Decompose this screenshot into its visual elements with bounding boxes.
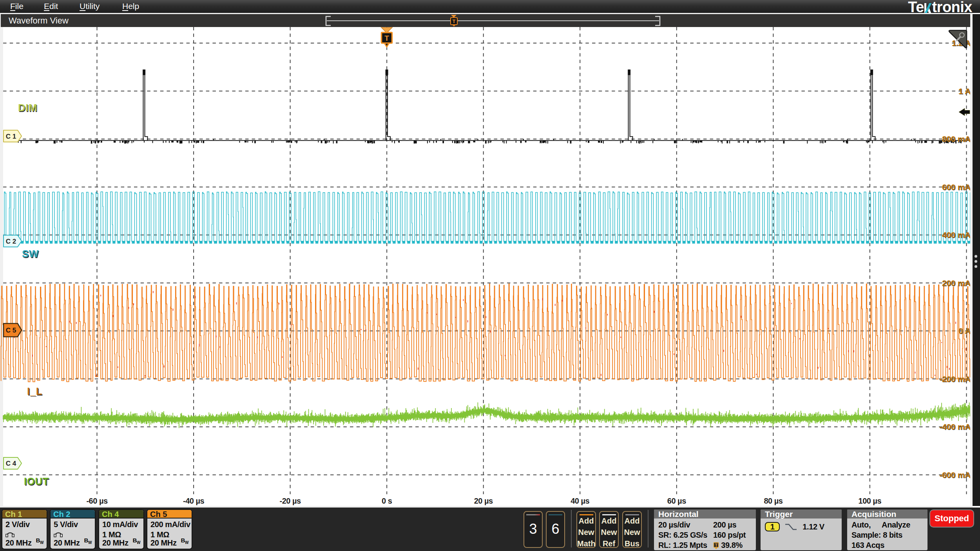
svg-text:0 A: 0 A (958, 326, 971, 335)
svg-text:T: T (384, 34, 389, 42)
svg-text:200 mA: 200 mA (942, 278, 971, 287)
svg-text:1 A: 1 A (958, 87, 971, 96)
svg-text:T: T (715, 543, 717, 547)
svg-text:-40 µs: -40 µs (183, 497, 204, 505)
svg-text:C 4: C 4 (6, 460, 16, 467)
svg-text:-400 mA: -400 mA (939, 422, 971, 431)
svg-text:100 µs: 100 µs (859, 497, 882, 505)
svg-text:40 µs: 40 µs (571, 497, 589, 505)
svg-text:-20 µs: -20 µs (280, 497, 301, 505)
svg-text:SW: SW (22, 248, 39, 260)
svg-text:60 µs: 60 µs (667, 497, 686, 505)
svg-text:IOUT: IOUT (24, 475, 49, 487)
svg-text:-200 mA: -200 mA (939, 374, 971, 383)
svg-text:C 1: C 1 (6, 133, 16, 140)
svg-text:0 s: 0 s (382, 497, 392, 505)
svg-text:I_L: I_L (27, 385, 42, 397)
svg-text:C 5: C 5 (6, 327, 16, 334)
svg-text:DIM: DIM (18, 102, 37, 114)
svg-text:800 mA: 800 mA (942, 134, 971, 143)
svg-text:80 µs: 80 µs (764, 497, 783, 505)
svg-text:-600 mA: -600 mA (939, 470, 971, 479)
svg-text:-60 µs: -60 µs (86, 497, 107, 505)
svg-text:400 mA: 400 mA (942, 230, 971, 239)
svg-text:600 mA: 600 mA (942, 182, 971, 191)
svg-text:20 µs: 20 µs (474, 497, 493, 505)
svg-text:C 2: C 2 (6, 238, 16, 245)
